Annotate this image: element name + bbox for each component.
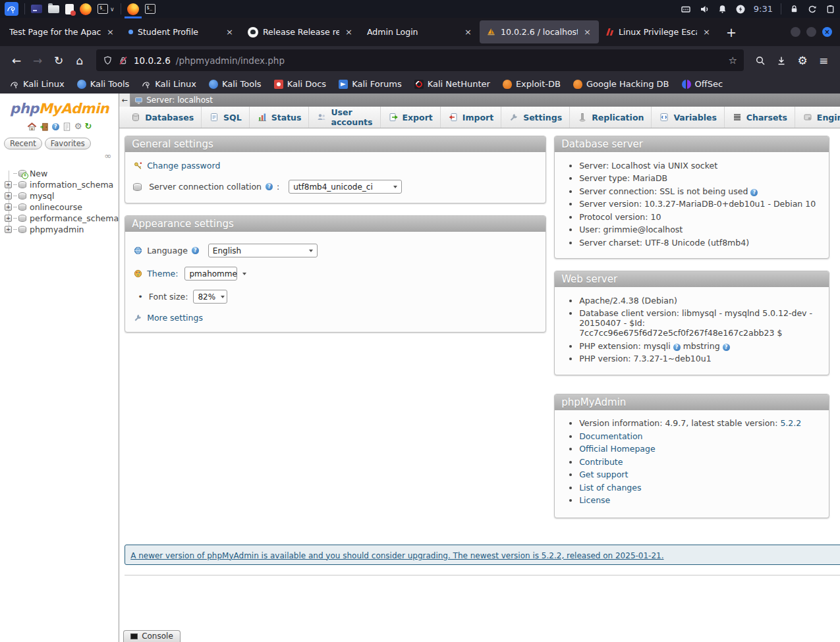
expand-icon[interactable]: + [5,226,12,233]
expand-icon[interactable]: + [5,203,12,211]
tab-variables[interactable]: Variables [652,107,724,128]
browser-tab[interactable]: Release Release refs × [241,20,360,43]
tree-item-database[interactable]: + information_schema [0,179,119,190]
menu-button[interactable]: ≡ [814,51,833,70]
close-window-button[interactable]: × [822,27,832,37]
settings-gear-icon[interactable]: ⚙ [74,122,82,131]
terminal-window-button[interactable]: $_ [145,2,155,16]
bookmark-exploit-db[interactable]: Exploit-DB [503,79,561,89]
notification-bell-icon[interactable] [717,4,727,14]
forward-button[interactable]: → [28,51,47,70]
home-icon[interactable] [27,122,37,132]
tab-databases[interactable]: Databases [123,107,202,128]
expand-icon[interactable]: + [5,192,12,200]
bookmark-kali-linux[interactable]: Kali Linux [142,79,196,89]
maximize-button[interactable] [806,27,816,37]
help-icon[interactable]: ? [723,344,730,351]
favorites-button[interactable]: Favorites [45,138,91,149]
help-icon[interactable]: ? [266,183,273,190]
bookmark-star-icon[interactable]: ☆ [729,55,737,67]
bookmark-kali-tools[interactable]: Kali Tools [77,79,130,89]
change-password-link[interactable]: Change password [147,161,220,171]
volume-icon[interactable] [699,4,710,14]
support-link[interactable]: Get support [579,469,628,479]
tab-import[interactable]: Import [441,107,501,128]
kali-menu-button[interactable] [5,2,18,16]
tab-user-accounts[interactable]: User accounts [309,107,380,128]
tab-engines[interactable]: Engines [795,107,840,128]
browser-tab[interactable]: Test Page for the Apach × [3,20,122,43]
upgrade-notice-link[interactable]: A newer version of phpMyAdmin is availab… [130,551,663,560]
settings-gear-button[interactable]: ⚙ [793,51,812,70]
collation-select[interactable]: utf8mb4_unicode_ci [289,180,402,194]
bookmark-kali-tools[interactable]: Kali Tools [209,79,262,89]
display-launcher[interactable] [31,2,42,16]
home-button[interactable]: ⌂ [70,51,90,70]
help-icon[interactable]: ? [673,344,681,351]
tree-item-database[interactable]: + mysql [0,190,119,201]
text-editor-launcher[interactable] [65,2,74,16]
bookmark-kali-forums[interactable]: Kali Forums [339,79,402,89]
firefox-window-button[interactable] [127,2,139,16]
tab-charsets[interactable]: Charsets [725,107,795,128]
close-icon[interactable]: × [463,27,473,37]
browser-tab-active[interactable]: 10.0.2.6 / localhost | × [480,20,599,43]
tree-item-database[interactable]: + onlinecourse [0,201,119,213]
unlink-icon[interactable]: ∞ [104,153,111,159]
updates-icon[interactable] [735,4,746,14]
latest-version-link[interactable]: 5.2.2 [780,418,801,428]
homepage-link[interactable]: Official Homepage [579,444,656,454]
tab-replication[interactable]: Replication [570,107,652,128]
fontsize-select[interactable]: 82% [193,290,227,304]
search-icon[interactable] [750,51,770,70]
reload-button[interactable]: ↻ [49,51,69,70]
tree-item-database[interactable]: + performance_schema [0,213,119,224]
changes-link[interactable]: List of changes [579,483,641,493]
docs-icon[interactable] [62,122,72,132]
hide-sidebar-button[interactable]: ← [119,94,130,107]
contribute-link[interactable]: Contribute [579,457,623,467]
language-select[interactable]: English [208,244,318,257]
minimize-button[interactable] [791,27,800,37]
close-icon[interactable]: × [105,27,115,37]
help-icon[interactable]: ? [52,123,59,130]
lock-icon[interactable] [789,4,799,14]
tree-item-database[interactable]: + phpmyadmin [0,224,119,235]
more-settings-link[interactable]: More settings [147,313,203,323]
browser-tab[interactable]: Linux Privilege Escal × [599,20,718,43]
bookmark-kali-docs[interactable]: Kali Docs [274,79,327,89]
expand-icon[interactable]: + [5,215,12,222]
documentation-link[interactable]: Documentation [579,431,642,441]
back-button[interactable]: ← [7,51,26,70]
tree-item-new[interactable]: New [0,168,119,179]
shield-icon[interactable] [103,55,113,66]
license-link[interactable]: License [579,495,610,505]
new-tab-button[interactable]: + [726,25,737,40]
file-manager-launcher[interactable] [48,2,59,16]
insecure-lock-icon[interactable] [118,55,128,66]
bookmark-kali-linux[interactable]: Kali Linux [10,79,65,89]
logout-door-icon[interactable] [40,122,49,132]
console-button[interactable]: Console [123,630,181,642]
bookmark-offsec[interactable]: OffSec [682,79,723,89]
tab-status[interactable]: Status [250,107,310,128]
refresh-icon[interactable]: ↻ [84,122,92,131]
bookmark-google-hacking-db[interactable]: Google Hacking DB [573,79,669,89]
bookmark-kali-nethunter[interactable]: Kali NetHunter [414,79,490,89]
browser-tab[interactable]: Student Profile × [122,20,241,43]
network-icon[interactable] [681,4,691,14]
downloads-button[interactable] [771,51,791,70]
clipboard-icon[interactable] [826,4,835,14]
firefox-launcher[interactable] [80,2,92,16]
clock[interactable]: 9:31 [754,4,773,14]
tab-export[interactable]: Export [381,107,441,128]
close-icon[interactable]: × [344,27,354,37]
close-icon[interactable]: × [582,27,592,37]
theme-label[interactable]: Theme: [147,269,178,279]
terminal-launcher[interactable]: $_ ∨ [98,2,115,16]
help-icon[interactable]: ? [192,247,199,254]
help-icon[interactable]: ? [750,189,758,196]
url-bar[interactable]: 10.0.2.6/phpmyadmin/index.php ☆ [96,49,744,71]
close-icon[interactable]: × [702,27,712,37]
browser-tab[interactable]: Admin Login × [360,20,480,43]
